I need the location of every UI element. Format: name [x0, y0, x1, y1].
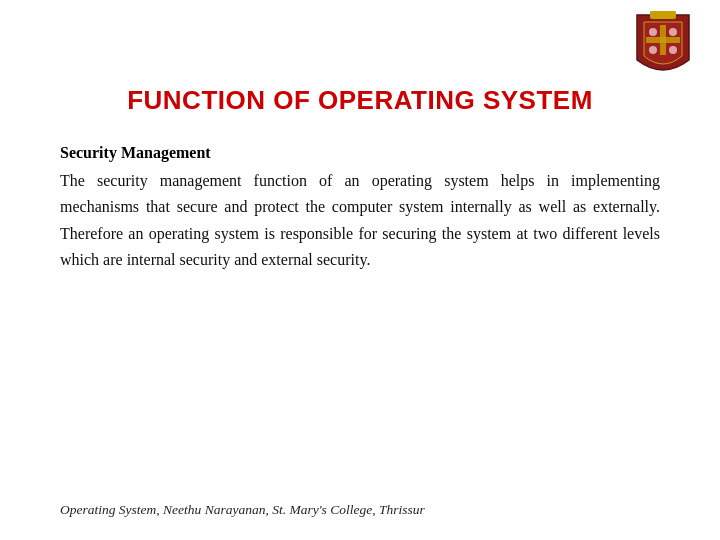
crest-icon [632, 10, 694, 82]
section-heading: Security Management [60, 144, 660, 162]
svg-point-4 [649, 28, 657, 36]
slide-container: FUNCTION OF OPERATING SYSTEM Security Ma… [0, 0, 720, 540]
svg-rect-3 [646, 37, 680, 43]
college-logo [632, 10, 702, 80]
svg-point-6 [649, 46, 657, 54]
slide-title: FUNCTION OF OPERATING SYSTEM [60, 85, 660, 116]
body-text: The security management function of an o… [60, 168, 660, 274]
footer-text: Operating System, Neethu Narayanan, St. … [60, 502, 425, 518]
svg-point-5 [669, 28, 677, 36]
svg-point-7 [669, 46, 677, 54]
